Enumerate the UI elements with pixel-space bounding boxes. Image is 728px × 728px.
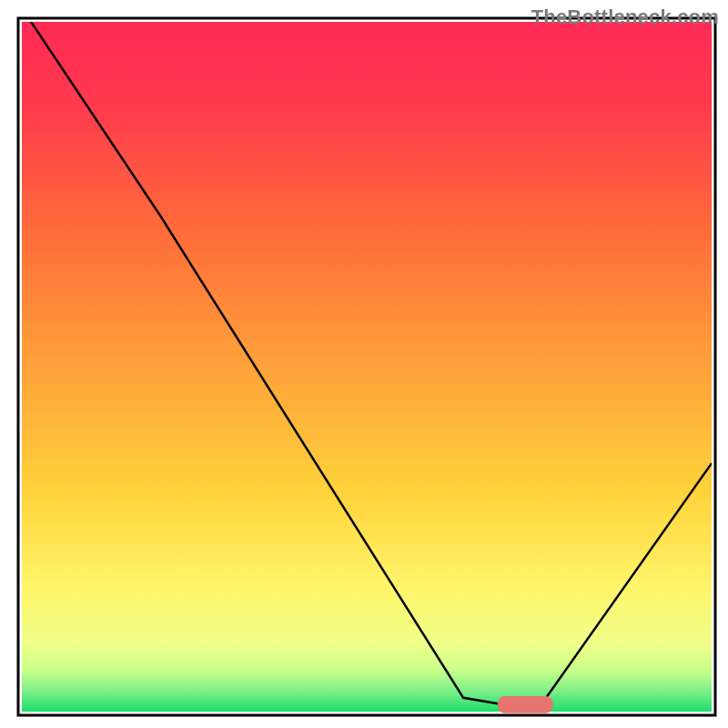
chart-svg xyxy=(0,0,728,728)
optimal-marker xyxy=(498,696,553,713)
bottleneck-chart: TheBottleneck.com xyxy=(0,0,728,728)
watermark-text: TheBottleneck.com xyxy=(531,5,719,29)
